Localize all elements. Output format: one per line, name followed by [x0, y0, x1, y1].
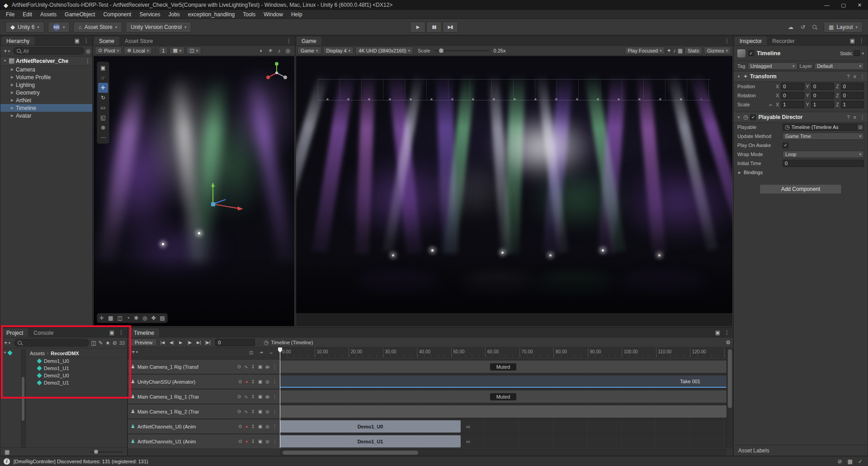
resolution-dropdown[interactable]: 4K UHD (3840x2160) ▾	[355, 47, 413, 54]
tab[interactable]: Recorder	[767, 37, 799, 45]
frame-field[interactable]: 0	[215, 339, 255, 346]
move-tool-gizmo[interactable]	[204, 181, 245, 212]
edit-search-icon[interactable]: ✎	[99, 340, 103, 346]
edit-mode-button[interactable]: ⇥	[257, 348, 265, 356]
clip[interactable]: Take 001	[280, 376, 726, 388]
mute-notifications-icon[interactable]: ⊘	[838, 459, 842, 464]
lock-icon[interactable]: ▣	[715, 330, 720, 335]
tool-handle-pivot-dropdown[interactable]: ⊙ Pivot ▾	[95, 47, 122, 54]
scene-overlay-tool-icon[interactable]: ✛	[99, 315, 104, 321]
horizontal-scrollbar[interactable]	[280, 449, 726, 456]
vertical-scrollbar[interactable]	[21, 349, 25, 447]
tab[interactable]: Project	[1, 328, 28, 337]
scene-overlay-tool-icon[interactable]: ▦	[108, 315, 113, 321]
component-menu-icon[interactable]: ⋮	[860, 74, 865, 80]
constrain-proportions-icon[interactable]: ∞	[769, 102, 774, 107]
y-field[interactable]: 0	[811, 92, 834, 99]
tab[interactable]: Asset Store	[120, 37, 158, 45]
bindings-row[interactable]: ▶ Bindings	[734, 168, 868, 177]
track-menu-icon[interactable]: ⋮	[273, 395, 277, 399]
thumbnail-zoom-slider[interactable]	[90, 452, 123, 452]
tab[interactable]: Console	[28, 328, 58, 337]
close-button[interactable]: ✕	[858, 2, 862, 8]
lock-icon[interactable]: ▣	[258, 395, 262, 399]
track-binding-icon[interactable]: ⊙	[238, 439, 242, 444]
scene-visibility-icon[interactable]: ◎	[86, 48, 90, 54]
tag-dropdown[interactable]: Untagged ▾	[748, 62, 797, 70]
menu-item[interactable]: exception_handling	[184, 11, 239, 18]
tab[interactable]: Inspector	[735, 37, 767, 45]
track-header[interactable]: ♟ Main Camera_1 Rig_2 (Trar ⊙ ● ∿ ↧ ▣ ◎ …	[128, 404, 280, 418]
panel-menu-icon[interactable]: ⋮	[724, 330, 730, 335]
scene-overlay-tool-icon[interactable]: ❋	[134, 315, 138, 321]
playable-director-component-header[interactable]: ▼ ◷ ✓ Playable Director ? ≡ ⋮	[734, 112, 868, 123]
menu-item[interactable]: Assets	[36, 11, 61, 18]
scene-overlay-tool-icon[interactable]: ▤	[160, 315, 165, 321]
object-name[interactable]: Timeline	[757, 50, 781, 57]
scene-tool-button[interactable]: ↻	[98, 93, 108, 103]
lock-icon[interactable]: ▣	[258, 409, 262, 414]
active-checkbox[interactable]: ✓	[748, 50, 754, 56]
x-field[interactable]: 0	[781, 92, 804, 99]
pin-icon[interactable]: ↧	[251, 424, 255, 429]
history-icon[interactable]: ↺	[801, 24, 805, 30]
zoom-slider-knob[interactable]	[94, 450, 98, 454]
track-header[interactable]: ♟ Main Camera_1 Rig_1 (Trar ⊙ ● ∿ ↧ ▣ ◎ …	[128, 390, 280, 404]
foldout-icon[interactable]: ▼	[736, 75, 741, 79]
hierarchy-item[interactable]: ▶ Avatar	[0, 112, 92, 119]
track-menu-icon[interactable]: ⋮	[273, 424, 277, 429]
asset-item[interactable]: Demo1_U1	[26, 365, 127, 372]
hierarchy-item[interactable]: ▶ Geometry	[0, 89, 92, 96]
pin-icon[interactable]: ↧	[251, 395, 255, 399]
tab-hierarchy[interactable]: Hierarchy	[1, 37, 34, 45]
foldout-icon[interactable]: ▶	[9, 67, 15, 71]
transport-button[interactable]: |◀	[158, 338, 167, 346]
track-binding-icon[interactable]: ⊙	[237, 365, 241, 369]
hierarchy-item[interactable]: ▶ Lighting	[0, 81, 92, 89]
mute-audio-icon[interactable]: ♪	[673, 48, 676, 53]
gizmos-dropdown[interactable]: Gizmos ▾	[704, 47, 731, 54]
x-field[interactable]: 0	[781, 83, 804, 90]
preview-toggle[interactable]: Preview	[130, 338, 157, 346]
help-icon[interactable]: ?	[847, 74, 849, 79]
edit-mode-button[interactable]: ↔	[267, 348, 275, 356]
timeline-ruler[interactable]: 0.0010.0020.0030.0040.0050.0060.0070.008…	[280, 347, 726, 357]
track-lane[interactable]: Demo1_U1 ∞	[280, 434, 726, 448]
orientation-gizmo[interactable]	[264, 61, 289, 85]
snap-settings-dropdown[interactable]: ◫ ▾	[186, 47, 201, 54]
scene-view-toggle-icon[interactable]: ♪	[278, 48, 281, 53]
transport-button[interactable]: ▶|	[194, 338, 203, 346]
add-gameobject-button[interactable]: + ▾	[2, 48, 11, 54]
track-binding-icon[interactable]: ⊙	[238, 380, 242, 384]
scene-tool-button[interactable]: ✛	[98, 83, 108, 93]
grid-visibility-dropdown[interactable]: ▦ ▾	[170, 47, 184, 54]
record-icon[interactable]: ●	[245, 439, 248, 444]
clip[interactable]	[280, 405, 726, 418]
tool-handle-rotation-dropdown[interactable]: ⊕ Local ▾	[124, 47, 152, 54]
scene-overlay-tool-icon[interactable]: ◔	[127, 315, 130, 321]
hierarchy-search-input[interactable]: All	[13, 47, 84, 55]
menu-item[interactable]: Services	[135, 11, 164, 18]
play-on-awake-checkbox[interactable]: ✓	[783, 143, 788, 148]
curves-icon[interactable]: ∿	[244, 409, 248, 414]
panel-menu-icon[interactable]: ⋮	[118, 330, 124, 335]
edit-mode-button[interactable]: ◫	[247, 348, 255, 356]
scene-tool-button[interactable]: ▭	[98, 103, 108, 113]
project-search-input[interactable]	[14, 339, 89, 347]
lock-icon[interactable]: ▣	[258, 380, 262, 384]
tab-timeline[interactable]: Timeline	[129, 328, 159, 337]
clip[interactable]: Demo1_U0	[280, 420, 461, 433]
panel-menu-icon[interactable]: ⋮	[286, 38, 292, 43]
pin-icon[interactable]: ↧	[251, 439, 255, 444]
track-menu-icon[interactable]: ⋮	[273, 439, 277, 444]
curves-icon[interactable]: ∿	[244, 395, 248, 399]
scene-tool-button[interactable]: ⊛	[98, 123, 108, 133]
panel-menu-icon[interactable]: ⋮	[84, 38, 89, 43]
lock-icon[interactable]: ▣	[109, 330, 114, 335]
track-lane[interactable]: Muted ∞	[280, 360, 726, 374]
y-field[interactable]: 1	[811, 101, 834, 108]
asset-item[interactable]: Demo2_U0	[26, 372, 127, 379]
minimize-button[interactable]: —	[824, 2, 829, 8]
menu-item[interactable]: File	[2, 11, 19, 18]
tab[interactable]: Scene	[94, 37, 119, 45]
